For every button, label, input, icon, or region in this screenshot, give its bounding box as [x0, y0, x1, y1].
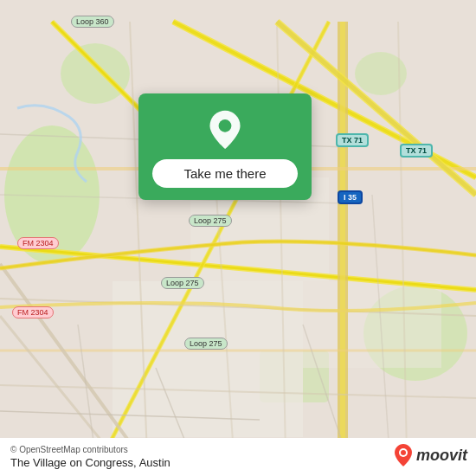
svg-point-40	[401, 450, 406, 455]
moovit-pin-icon	[394, 443, 413, 467]
svg-point-2	[61, 43, 130, 104]
svg-rect-18	[340, 22, 345, 454]
moovit-logo: moovit	[394, 443, 467, 467]
road-label-tx71b: TX 71	[400, 144, 433, 158]
road-label-i35: I 35	[338, 190, 363, 204]
road-label-loop275c: Loop 275	[184, 338, 228, 350]
location-pin-icon	[204, 109, 246, 151]
moovit-brand-text: moovit	[416, 447, 467, 465]
road-label-tx71a: TX 71	[336, 133, 369, 147]
road-label-loop275b: Loop 275	[161, 277, 204, 289]
map-container: Loop 360 Loop 275 Loop 275 Loop 275 FM 2…	[0, 0, 476, 476]
svg-point-38	[219, 119, 232, 132]
road-label-loop360: Loop 360	[71, 16, 114, 28]
road-label-loop275a: Loop 275	[189, 215, 232, 227]
location-label: The Village on Congress, Austin	[10, 456, 170, 469]
road-label-fm2304b: FM 2304	[12, 306, 54, 318]
take-me-there-button[interactable]: Take me there	[152, 159, 298, 188]
road-label-fm2304a: FM 2304	[17, 237, 59, 249]
svg-rect-8	[303, 281, 441, 368]
map-svg	[0, 0, 476, 476]
location-card: Take me there	[138, 93, 312, 200]
bottom-bar: © OpenStreetMap contributors The Village…	[0, 438, 476, 476]
